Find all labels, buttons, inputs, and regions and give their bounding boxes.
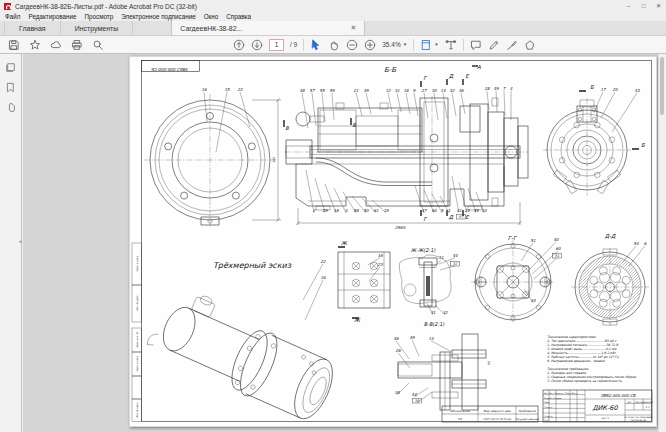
tab-close-icon[interactable]: ✕ [344, 24, 356, 32]
drawing-text: 5 [441, 208, 444, 213]
save-icon[interactable] [8, 39, 20, 51]
drawing-text: 58 [353, 208, 359, 213]
window-title: СагдеевНК-38-82Б-Листы.pdf - Adobe Acrob… [15, 3, 197, 10]
drawing-text: 44 [452, 253, 458, 258]
close-button[interactable]: ✕ [651, 0, 666, 12]
previous-page-icon[interactable] [233, 39, 245, 51]
drawing-text: 30 [431, 88, 437, 93]
tab-home[interactable]: Главная [4, 21, 61, 35]
drawing-text: Б-Б [384, 66, 397, 74]
menu-item[interactable]: Просмотр [84, 13, 113, 20]
drawing-text: 51 [530, 238, 536, 243]
drawing-text: 24 [464, 208, 470, 213]
drawing-text: группа НК-38 [630, 419, 646, 422]
drawing-text: 48 [299, 88, 305, 93]
page-display-icon [420, 39, 432, 51]
maximize-button[interactable]: □ [636, 0, 651, 12]
page-display-dropdown[interactable]: ▼ [420, 39, 438, 51]
drawing-text: Д [449, 214, 454, 220]
drawing-text: Подп. и дата [136, 356, 139, 372]
bookmarks-icon[interactable] [5, 82, 16, 93]
hand-tool-icon[interactable] [328, 39, 340, 51]
drawing-text: 11 [438, 255, 444, 260]
drawing-text: Инв. № подл. [136, 402, 139, 418]
menu-item[interactable]: Справка [226, 13, 251, 20]
tab-document[interactable]: СагдеевНК-38-82... ✕ [171, 21, 365, 35]
drawing-text: Вид сварного шва [484, 409, 511, 413]
drawing-text: 10 [481, 208, 487, 213]
select-tool-icon[interactable] [310, 39, 322, 51]
search-icon[interactable] [92, 39, 104, 51]
drawing-text: 14 [440, 88, 446, 93]
drawing-text: 6 [644, 241, 647, 246]
next-page-icon[interactable] [251, 39, 263, 51]
menu-item[interactable]: Редактирование [28, 13, 76, 20]
drawing-text: 16 [377, 253, 383, 258]
zoom-level-dropdown[interactable]: 35.4% ▼ [382, 41, 407, 48]
drawing-text: ДИК-60 [592, 404, 618, 412]
fill-sign-icon[interactable] [506, 39, 518, 51]
zoom-out-icon[interactable] [346, 39, 358, 51]
drawing-text: 51 [555, 254, 559, 258]
zoom-in-icon[interactable] [364, 39, 376, 51]
drawing-text: 60 [555, 246, 561, 251]
drawing-text: В [352, 122, 356, 128]
tab-tools[interactable]: Инструменты [61, 21, 134, 35]
drawing-text: 7 [503, 86, 506, 91]
chevron-down-icon: ▼ [403, 42, 407, 47]
drawing-text: Д [449, 73, 454, 79]
drawing-text: Д-Д [605, 233, 616, 239]
stamp-tools-icon[interactable] [524, 39, 536, 51]
vertical-scrollbar[interactable] [658, 54, 666, 432]
acrobat-app-icon [4, 3, 11, 10]
drawing-text: 16 [320, 275, 326, 280]
attachments-icon[interactable] [5, 102, 16, 113]
minimize-button[interactable]: – [621, 0, 636, 12]
drawing-text: 46 [393, 336, 399, 341]
page-count-label: / 9 [290, 41, 297, 48]
drawing-text: Лит. [627, 401, 632, 404]
print-icon[interactable] [71, 39, 83, 51]
drawing-text: 26 [395, 348, 401, 353]
drawing-text: 57 [309, 88, 315, 93]
drawing-text: 49 [409, 335, 415, 340]
drawing-text: 29 [322, 208, 328, 213]
drawing-text: Лист 1 [601, 417, 609, 420]
drawing-text: 31 [430, 310, 436, 315]
cloud-share-icon[interactable] [50, 39, 62, 51]
document-canvas[interactable]: ЗВБ2.000.000 СББ-БГДЕАГДЕВВ1615221604857… [23, 54, 666, 432]
drawing-text: Утв. [544, 419, 549, 421]
drawing-text: 17 [600, 87, 606, 92]
drawing-text: 20 [612, 87, 618, 92]
star-favorites-icon[interactable] [29, 39, 41, 51]
acrobat-window: СагдеевНК-38-82Б-Листы.pdf - Adobe Acrob… [0, 0, 666, 432]
toolbar: 1 / 9 35.4% ▼ ▼ [0, 36, 666, 54]
drawing-text: А [477, 64, 481, 70]
page-number-input[interactable]: 1 [269, 39, 284, 51]
scrollbar-thumb[interactable] [660, 57, 664, 115]
drawing-text: 54 [633, 241, 639, 246]
drawing-text: 43 [634, 88, 640, 93]
drawing-text: 38 [394, 390, 400, 395]
drawing-text: 15 [224, 87, 230, 92]
drawing-text: Ж-Ж(2:1) [411, 247, 437, 253]
drawing-text: 14 [428, 336, 434, 341]
drawing-text: 2965 [395, 225, 406, 230]
drawing-text: 18 [403, 88, 409, 93]
engineering-drawing: ЗВБ2.000.000 СББ-БГДЕАГДЕВВ1615221604857… [129, 56, 657, 427]
page-thumbnails-icon[interactable] [5, 62, 16, 73]
drawing-text: 1:2 [646, 406, 650, 409]
chevron-down-icon: ▼ [434, 42, 438, 47]
ruler-guides-icon[interactable] [445, 39, 457, 51]
menu-item[interactable]: Окно [204, 13, 219, 20]
edit-pencil-icon[interactable] [488, 39, 500, 51]
drawing-text: Требования [518, 409, 536, 413]
drawing-text: 60 [431, 208, 437, 213]
title-bar: СагдеевНК-38-82Б-Листы.pdf - Adobe Acrob… [0, 0, 666, 12]
drawing-text: ЗВБ2.000.000 СБ [600, 393, 635, 398]
menu-item[interactable]: Электронное подписание [121, 13, 195, 20]
menu-item[interactable]: Файл [5, 13, 20, 20]
comment-icon[interactable] [470, 39, 482, 51]
menu-bar: ФайлРедактированиеПросмотрЭлектронное по… [0, 12, 666, 21]
zoom-level-value: 35.4% [382, 41, 400, 48]
